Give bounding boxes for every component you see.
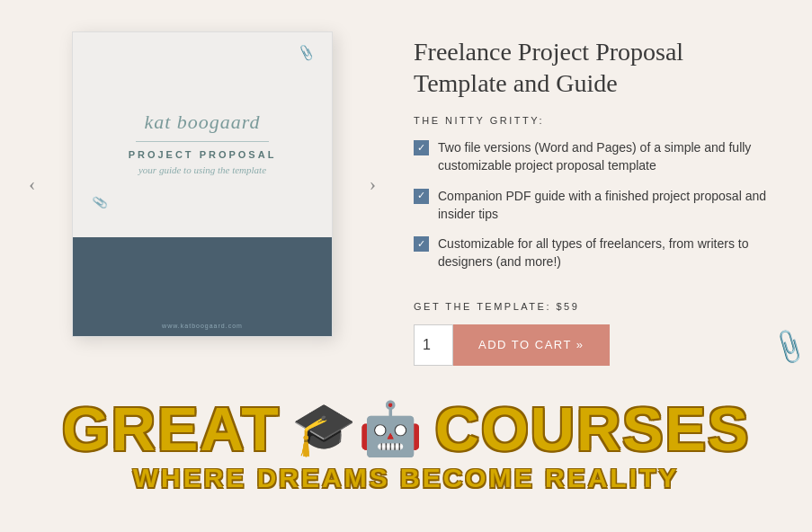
checkbox-icon-2: ✓ [414, 189, 429, 204]
book-cover: 📎 kat boogaard PROJECT PROPOSAL your gui… [72, 31, 333, 337]
book-divider [136, 141, 270, 143]
nitty-gritty-label: THE NITTY GRITTY: [414, 115, 767, 126]
banner-subtitle: WHERE DREAMS BECOME REALITY [133, 463, 680, 493]
prev-image-button[interactable]: ‹ [18, 165, 46, 203]
product-details: Freelance Project Proposal Template and … [387, 27, 776, 341]
feature-text-2: Companion PDF guide with a finished proj… [438, 187, 767, 224]
clip-icon-top: 📎 [297, 43, 316, 62]
bottom-banner: GREAT 🎓🤖 COURSES WHERE DREAMS BECOME REA… [0, 359, 812, 532]
book-author: kat boogaard [144, 111, 260, 134]
banner-title-part2: COURSES [435, 398, 750, 459]
feature-text-1: Two file versions (Word and Pages) of a … [438, 138, 767, 175]
feature-item: ✓ Two file versions (Word and Pages) of … [414, 138, 767, 175]
feature-text-3: Customizable for all types of freelancer… [438, 235, 767, 271]
feature-item: ✓ Customizable for all types of freelanc… [414, 235, 767, 271]
product-title: Freelance Project Proposal Template and … [414, 36, 767, 99]
clip-icon-bottom: 📎 [92, 195, 109, 212]
cart-area: ADD TO CART » 📎 [414, 324, 767, 366]
book-cover-top: 📎 kat boogaard PROJECT PROPOSAL your gui… [73, 32, 332, 237]
book-cover-bottom: www.katboogaard.com [73, 237, 332, 336]
quantity-input[interactable] [414, 324, 453, 366]
checkbox-icon-1: ✓ [414, 140, 429, 155]
banner-title: GREAT 🎓🤖 COURSES [62, 398, 750, 459]
checkbox-icon-3: ✓ [414, 236, 429, 252]
robot-icon: 🎓🤖 [291, 403, 424, 455]
banner-title-part1: GREAT [62, 398, 281, 459]
product-section: ‹ 📎 kat boogaard PROJECT PROPOSAL your g… [0, 0, 812, 359]
book-title: PROJECT PROPOSAL [129, 149, 277, 160]
price-label: GET THE TEMPLATE: $59 [414, 301, 767, 312]
book-subtitle: your guide to using the template [138, 164, 266, 175]
features-list: ✓ Two file versions (Word and Pages) of … [414, 138, 767, 283]
book-url: www.katboogaard.com [162, 323, 243, 329]
next-image-button[interactable]: › [359, 165, 387, 203]
add-to-cart-button[interactable]: ADD TO CART » [453, 324, 610, 366]
feature-item: ✓ Companion PDF guide with a finished pr… [414, 187, 767, 224]
book-image-container: ‹ 📎 kat boogaard PROJECT PROPOSAL your g… [18, 27, 387, 341]
